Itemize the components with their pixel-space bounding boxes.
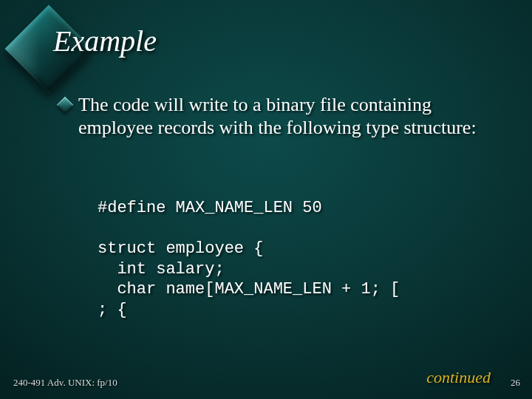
continued-label: continued (426, 368, 491, 387)
footer-text: 240-491 Adv. UNIX: fp/10 (13, 377, 117, 389)
diamond-bullet-icon (57, 97, 74, 114)
bullet-item: The code will write to a binary file con… (59, 93, 495, 139)
bullet-text: The code will write to a binary file con… (78, 93, 495, 139)
page-number: 26 (511, 377, 520, 389)
slide-body: The code will write to a binary file con… (59, 93, 495, 139)
slide: Example The code will write to a binary … (0, 0, 532, 399)
slide-title: Example (53, 24, 157, 58)
code-block: #define MAX_NAME_LEN 50 struct employee … (98, 198, 400, 320)
